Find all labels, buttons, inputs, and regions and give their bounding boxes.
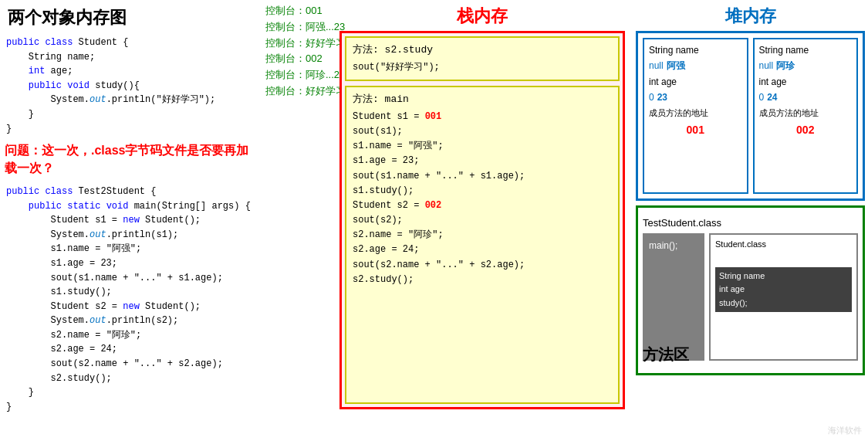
student-class-box: Student.class String name int age study(… <box>709 233 858 361</box>
main-method-label: main(); <box>649 238 698 255</box>
method-main-sout-s2: sout(s2); <box>353 213 612 228</box>
question-text: 问题：这一次，.class字节码文件是否要再加载一次？ <box>0 139 262 180</box>
method-main-s2-age: s2.age = 24; <box>353 243 612 257</box>
heap-obj2-addr: 002 <box>759 121 853 140</box>
stack-title: 栈内存 <box>332 0 633 31</box>
heap-obj2-name-label: String name <box>759 42 853 58</box>
student-class-label: Student.class <box>715 238 852 252</box>
method-s2-study-line: sout("好好学习"); <box>353 60 612 75</box>
watermark: 海洋软件 <box>828 425 862 436</box>
method-area-title: TestStudent.class <box>643 212 858 230</box>
method-main-title: 方法: main <box>353 92 612 108</box>
heap-obj1-name-label: String name <box>649 42 742 58</box>
heap-obj2-name-val: null阿珍 <box>759 58 853 73</box>
heap-obj1-age-val: 023 <box>649 90 742 105</box>
method-area-inner: main(); Student.class String name int ag… <box>643 233 858 361</box>
method-s2-study-title: 方法: s2.study <box>353 42 612 59</box>
method-main-line-s2: Student s2 = 002 <box>353 198 612 213</box>
section-title: 两个对象内存图 <box>0 0 262 32</box>
method-main-s1-study: s1.study(); <box>353 184 612 198</box>
right-panel: 堆内存 String name null阿强 int age 023 成员方法的… <box>633 0 868 441</box>
heap-obj1-name-val: null阿强 <box>649 58 742 73</box>
method-box-main: main(); <box>643 233 704 361</box>
class2-code: public class Test2Student { public stati… <box>0 181 262 418</box>
method-main-s1-name: s1.name = "阿强"; <box>353 139 612 154</box>
heap-obj2-method-label: 成员方法的地址 <box>759 106 853 120</box>
heap-title: 堆内存 <box>633 0 868 31</box>
method-main-s2-study: s2.study(); <box>353 273 612 287</box>
student-age-label: int age <box>719 283 848 297</box>
method-main-line-s1: Student s1 = 001 <box>353 110 612 124</box>
heap-outer-box: String name null阿强 int age 023 成员方法的地址 0… <box>636 31 865 201</box>
heap-obj1-addr: 001 <box>649 121 742 140</box>
class1-code: public class Student { String name; int … <box>0 32 262 139</box>
student-class-inner: String name int age study(); <box>715 267 852 313</box>
student-name-label: String name <box>719 270 848 283</box>
heap-obj1-method-label: 成员方法的地址 <box>649 106 742 120</box>
heap-obj-2: String name null阿珍 int age 024 成员方法的地址 0… <box>753 38 859 194</box>
method-frame-main: 方法: main Student s1 = 001 sout(s1); s1.n… <box>345 86 620 404</box>
test-class-label: TestStudent.class <box>643 217 721 229</box>
method-main-s1-age: s1.age = 23; <box>353 154 612 168</box>
method-main-sout-s1: sout(s1); <box>353 124 612 139</box>
left-panel: 两个对象内存图 public class Student { String na… <box>0 0 262 441</box>
heap-obj1-age-label: int age <box>649 74 742 90</box>
student-study-label: study(); <box>719 297 848 310</box>
heap-obj2-age-label: int age <box>759 74 853 90</box>
heap-obj2-age-val: 024 <box>759 90 853 105</box>
method-area-box: TestStudent.class main(); Student.class … <box>636 205 865 375</box>
method-frame-s2-study: 方法: s2.study sout("好好学习"); <box>345 36 620 81</box>
method-main-sout-s2-name: sout(s2.name + "..." + s2.age); <box>353 258 612 273</box>
method-main-sout-s1-name: sout(s1.name + "..." + s1.age); <box>353 169 612 184</box>
method-main-s2-name: s2.name = "阿珍"; <box>353 228 612 243</box>
heap-obj-1: String name null阿强 int age 023 成员方法的地址 0… <box>643 38 748 194</box>
method-area-bottom-title: 方法区 <box>643 344 689 365</box>
stack-panel: 栈内存 方法: s2.study sout("好好学习"); 方法: main … <box>332 0 633 441</box>
stack-outer-box: 方法: s2.study sout("好好学习"); 方法: main Stud… <box>339 31 625 409</box>
